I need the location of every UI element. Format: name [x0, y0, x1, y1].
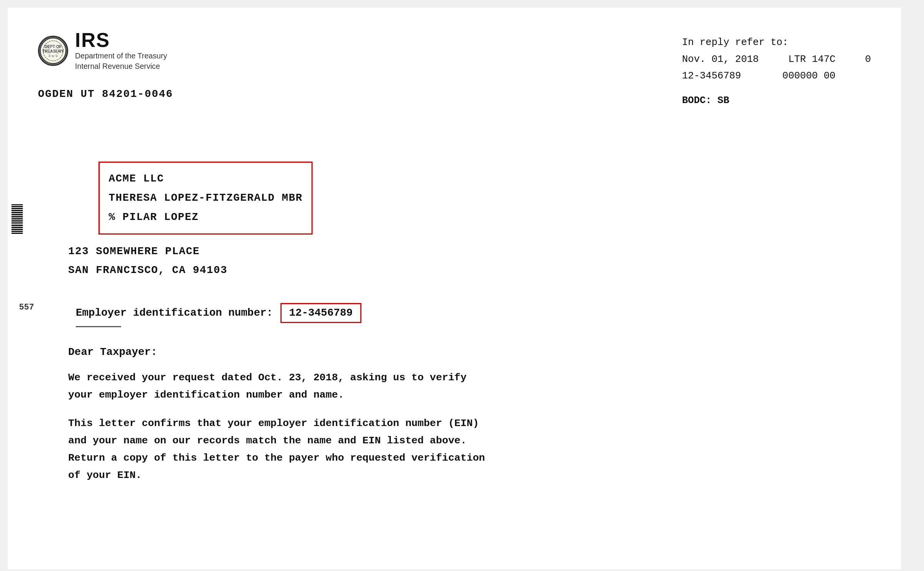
address-line2: SAN FRANCISCO, CA 94103: [68, 261, 871, 280]
svg-text:TREASURY: TREASURY: [42, 49, 64, 53]
svg-text:✦ ✦ ✦: ✦ ✦ ✦: [48, 54, 58, 58]
irs-letter-document: DEPT OF TREASURY ✦ ✦ ✦ IRS Department of…: [8, 8, 901, 569]
underline-decoration: [76, 326, 121, 327]
irs-logo-area: DEPT OF TREASURY ✦ ✦ ✦ IRS Department of…: [38, 30, 173, 71]
recipient-block: ACME LLC THERESA LOPEZ-FITZGERALD MBR % …: [98, 161, 313, 235]
left-header: DEPT OF TREASURY ✦ ✦ ✦ IRS Department of…: [38, 30, 173, 100]
reply-ltr-num: 0: [865, 53, 871, 65]
ein-value: 12-3456789: [280, 303, 361, 323]
irs-dept-line2: Internal Revenue Service: [75, 62, 167, 72]
header-section: DEPT OF TREASURY ✦ ✦ ✦ IRS Department of…: [38, 30, 871, 108]
svg-text:DEPT OF: DEPT OF: [45, 45, 62, 49]
irs-title: IRS: [75, 30, 167, 50]
reply-ein: 12-3456789: [682, 70, 741, 82]
reply-ltr: LTR 147C: [788, 53, 836, 65]
ein-section: Employer identification number: 12-34567…: [76, 303, 871, 323]
salutation: Dear Taxpayer:: [68, 346, 825, 358]
reply-date: Nov. 01, 2018: [682, 53, 759, 65]
letter-body: Dear Taxpayer: We received your request …: [68, 346, 825, 484]
reply-refer-label: In reply refer to:: [682, 34, 871, 51]
bodc-line: BODC: SB: [682, 92, 871, 108]
paragraph1: We received your request dated Oct. 23, …: [68, 369, 825, 404]
reply-zeros: 000000 00: [782, 70, 836, 82]
right-header: In reply refer to: Nov. 01, 2018 LTR 147…: [682, 34, 871, 108]
paragraph2: This letter confirms that your employer …: [68, 415, 825, 485]
recipient-line1: ACME LLC: [109, 170, 303, 189]
address-line1: 123 SOMEWHERE PLACE: [68, 242, 871, 261]
irs-seal-icon: DEPT OF TREASURY ✦ ✦ ✦: [38, 36, 68, 66]
recipient-line3: % PILAR LOPEZ: [109, 208, 303, 227]
barcode-decoration: [12, 204, 23, 235]
reply-ein-zeros: 12-3456789 000000 00: [682, 68, 871, 84]
reply-date-ltr: Nov. 01, 2018 LTR 147C 0: [682, 51, 871, 67]
ein-label: Employer identification number:: [76, 307, 273, 319]
address-section: 123 SOMEWHERE PLACE SAN FRANCISCO, CA 94…: [68, 242, 871, 280]
irs-dept-line1: Department of the Treasury: [75, 51, 167, 61]
sender-address: OGDEN UT 84201-0046: [38, 88, 173, 100]
irs-text-block: IRS Department of the Treasury Internal …: [75, 30, 167, 71]
recipient-line2: THERESA LOPEZ-FITZGERALD MBR: [109, 188, 303, 208]
page-number: 557: [19, 303, 34, 312]
recipient-container: ACME LLC THERESA LOPEZ-FITZGERALD MBR % …: [68, 143, 313, 235]
